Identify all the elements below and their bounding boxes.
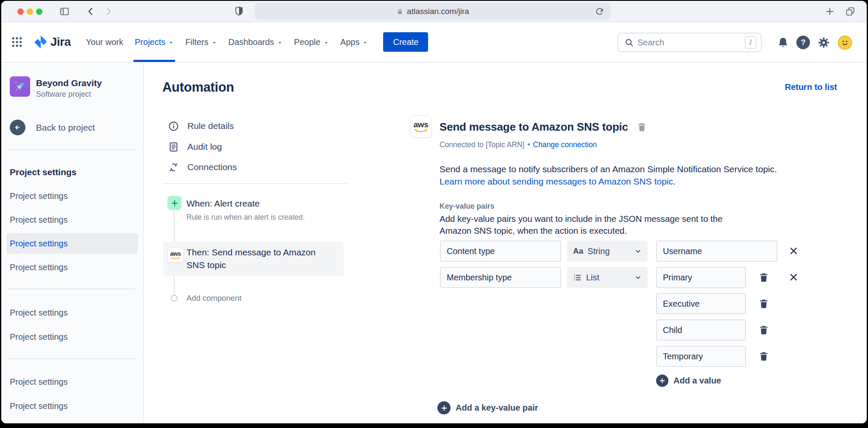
sidebar-divider [7,149,136,150]
project-avatar [10,76,30,97]
search-icon [624,38,634,48]
learn-more-link[interactable]: Learn more about sending messages to Ama… [440,176,673,186]
sidebar-toggle-icon[interactable] [59,6,70,17]
settings-gear-icon[interactable] [817,36,830,49]
plus-icon [440,404,448,412]
key-value-pairs-help: Add key-value pairs you want to include … [440,213,753,237]
plus-icon [170,199,179,207]
delete-value-button[interactable] [758,351,769,362]
kv-key-input[interactable] [440,241,561,262]
connection-status-row: Connected to [Topic ARN] • Change connec… [440,140,597,149]
create-button[interactable]: Create [383,32,428,52]
key-value-pairs-label: Key-value pairs [440,202,494,211]
privacy-shield-icon[interactable] [234,6,245,17]
delete-action-trash-icon[interactable] [637,122,647,132]
kv-type-select-string[interactable]: Aa String [567,241,648,262]
change-connection-link[interactable]: Change connection [533,140,597,149]
text-type-icon: Aa [573,246,583,256]
minimize-window-button[interactable] [27,8,33,15]
delete-value-button[interactable] [758,298,769,309]
info-icon [168,120,179,132]
browser-window: atlassian.com/jira Jira Your work Projec… [1,1,867,423]
add-value-button[interactable] [656,375,668,387]
kv-value-input[interactable] [656,267,746,288]
jira-top-navbar: Jira Your work Projects Filters Dashboar… [1,22,867,63]
forward-icon[interactable] [103,6,114,17]
jira-logo-icon [33,35,48,49]
add-component-node[interactable] [171,295,178,302]
tab-overview-icon[interactable] [845,6,856,17]
sidebar-item-project-settings[interactable]: Project settings [6,372,138,392]
zoom-window-button[interactable] [36,8,42,15]
remove-pair-button[interactable] [789,272,798,282]
nav-item-apps[interactable]: Apps [340,22,368,62]
connection-status: Connected to [Topic ARN] [440,140,524,149]
nav-item-your-work[interactable]: Your work [86,22,123,62]
kv-value-input[interactable] [656,346,746,367]
aws-smile-arrow [414,129,428,133]
trigger-plus-badge [167,196,181,210]
user-avatar[interactable] [837,35,852,50]
trash-icon [758,298,769,309]
kv-key-input[interactable] [440,267,561,288]
when-step-title[interactable]: When: Alert create [186,199,260,209]
trash-icon [758,324,769,336]
sidebar-item-project-settings-active[interactable]: Project settings [6,233,138,254]
nav-item-projects[interactable]: Projects [135,22,174,62]
sidebar-item-project-settings[interactable]: Project settings [6,186,138,206]
page-title: Automation [162,80,234,95]
chevron-down-icon [168,40,174,45]
nav-item-dashboards[interactable]: Dashboards [228,22,283,62]
back-to-project-label[interactable]: Back to project [36,123,95,133]
sidebar-item-project-settings[interactable]: Project settings [6,396,138,416]
rule-nav-rule-details[interactable]: Rule details [168,119,234,133]
list-type-icon [573,273,582,282]
add-key-value-pair-label[interactable]: Add a key-value pair [456,403,538,413]
address-bar[interactable]: atlassian.com/jira [255,3,611,20]
new-tab-icon[interactable] [824,6,835,17]
close-window-button[interactable] [17,8,24,15]
rocket-icon [13,80,27,93]
delete-value-button[interactable] [758,324,769,336]
back-icon[interactable] [85,6,96,17]
reload-icon[interactable] [595,6,605,17]
rule-nav-connections[interactable]: Connections [168,160,237,174]
return-to-list-link[interactable]: Return to list [785,82,837,92]
plus-icon [659,377,666,384]
search-input[interactable] [637,38,741,48]
help-icon[interactable]: ? [796,36,810,49]
aws-logo: aws [167,248,184,263]
sidebar-item-project-settings[interactable]: Project settings [6,302,138,323]
add-key-value-pair-button[interactable] [437,401,451,414]
main-content: Automation Return to list Rule details A… [144,64,867,423]
add-component-label[interactable]: Add component [186,294,242,303]
aws-logo-word: aws [170,251,181,257]
back-to-project-button[interactable] [10,120,25,135]
bullet-separator: • [527,140,530,149]
app-switcher-icon[interactable] [11,36,23,48]
url-text: atlassian.com/jira [407,7,469,16]
nav-item-filters[interactable]: Filters [185,22,217,62]
kv-type-select-list[interactable]: List [567,267,648,288]
action-title: Send message to Amazon SNS topic [440,120,628,134]
sidebar-item-project-settings[interactable]: Project settings [6,210,138,230]
kv-value-input[interactable] [656,319,746,341]
rule-nav-audit-log[interactable]: Audit log [168,140,222,154]
chevron-down-icon [323,40,329,45]
kv-value-input[interactable] [656,293,746,314]
add-value-label[interactable]: Add a value [673,376,721,386]
chevron-down-icon [634,274,642,281]
sidebar-item-project-settings[interactable]: Project settings [6,327,138,347]
jira-logo[interactable]: Jira [33,35,71,49]
notifications-bell-icon[interactable] [777,36,789,49]
nav-item-people[interactable]: People [294,22,329,62]
action-description: Send a message to notify subscribers of … [440,164,777,174]
action-title-row: Send message to Amazon SNS topic [440,120,647,134]
remove-pair-button[interactable] [789,246,798,256]
aws-smile-arrow [170,257,181,260]
then-step-title[interactable]: Then: Send message to Amazon SNS topic [186,246,328,271]
kv-value-input[interactable] [656,241,777,262]
delete-value-button[interactable] [758,272,769,283]
project-sidebar: Beyond Gravity Software project Back to … [1,64,144,423]
sidebar-item-project-settings[interactable]: Project settings [6,257,138,277]
